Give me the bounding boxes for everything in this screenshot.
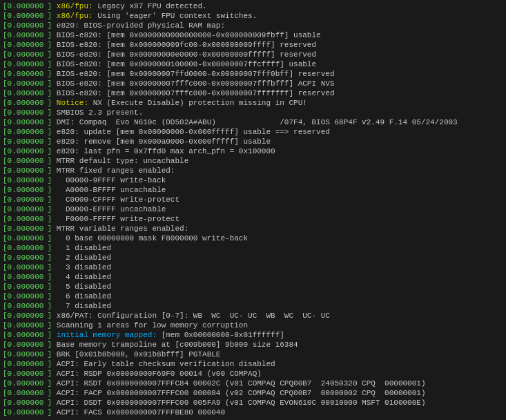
terminal-line: [0.000000] BIOS-e820: [mem 0x00000000000… xyxy=(3,30,503,40)
terminal-line: [0.000000] x86/PAT: Configuration [0-7]:… xyxy=(3,311,503,321)
terminal-line: [0.000000] 00000-9FFFF write-back xyxy=(3,175,503,185)
terminal-line: [0.000000] BIOS-e820: [mem 0x00000007fff… xyxy=(3,88,503,98)
terminal-line: [0.000000] e820: update [mem 0x00000000-… xyxy=(3,127,503,137)
terminal-line: [0.000000] BIOS-e820: [mem 0x000000009fc… xyxy=(3,40,503,50)
terminal-line: [0.000000] ACPI: FACS 0x0000000007FFFBE8… xyxy=(3,408,503,417)
terminal-line: [0.000000] BIOS-e820: [mem 0x00000007ffd… xyxy=(3,69,503,79)
terminal-line: [0.000000] MTRR fixed ranges enabled: xyxy=(3,166,503,175)
terminal-line: [0.000000] MTRR default type: uncachable xyxy=(3,156,503,166)
terminal-line: [0.000000] BIOS-e820: [mem 0x00000001000… xyxy=(3,59,503,69)
terminal-line: [0.000000] 6 disabled xyxy=(3,292,503,301)
terminal-line: [0.000000] ACPI: Early table checksum ve… xyxy=(3,359,503,369)
terminal-line: [0.000000] D0000-EFFFF uncachable xyxy=(3,204,503,214)
terminal-line: [0.000000] A0000-BFFFF uncachable xyxy=(3,185,503,195)
terminal-line: [0.000000] x86/fpu: Legacy x87 FPU detec… xyxy=(3,1,503,11)
terminal-line: [0.000000] BIOS-e820: [mem 0x00000007fff… xyxy=(3,79,503,88)
terminal-line: [0.000000] 4 disabled xyxy=(3,272,503,282)
terminal-line: [0.000000] initial memory mapped: [mem 0… xyxy=(3,330,503,340)
terminal-line: [0.000000] e820: last pfn = 0x7ffd0 max … xyxy=(3,146,503,156)
terminal-line: [0.000000] F0000-FFFFF write-protect xyxy=(3,214,503,224)
terminal-line: [0.000000] ACPI: DSDT 0x0000000007FFFC00… xyxy=(3,398,503,408)
terminal-line: [0.000000] 1 disabled xyxy=(3,243,503,253)
terminal-line: [0.000000] BRK [0x01b8b000, 0x01b8bfff] … xyxy=(3,350,503,359)
terminal-line: [0.000000] MTRR variable ranges enabled: xyxy=(3,224,503,233)
terminal-line: [0.000000] ACPI: RSDP 0x00000000F69F0 00… xyxy=(3,369,503,379)
terminal-line: [0.000000] e820: BIOS-provided physical … xyxy=(3,21,503,30)
terminal-line: [0.000000] 3 disabled xyxy=(3,262,503,272)
terminal-line: [0.000000] 5 disabled xyxy=(3,282,503,292)
terminal-line: [0.000000] Notice: NX (Execute Disable) … xyxy=(3,98,503,108)
terminal-line: [0.000000] 0 base 00000000 mask F8000000… xyxy=(3,233,503,243)
terminal-line: [0.000000] 7 disabled xyxy=(3,301,503,311)
terminal-line: [0.000000] ACPI: FACP 0x0000000007FFFC00… xyxy=(3,388,503,398)
terminal-line: [0.000000] Base memory trampoline at [c0… xyxy=(3,340,503,350)
terminal-line: [0.000000] 2 disabled xyxy=(3,253,503,262)
terminal-line: [0.000000] ACPI: RSDT 0x0000000007FFFC84… xyxy=(3,379,503,388)
terminal-line: [0.000000] BIOS-e820: [mem 0x00000000e00… xyxy=(3,50,503,59)
terminal-line: [0.000000] C0000-CFFFF write-protect xyxy=(3,195,503,204)
terminal-line: [0.000000] DMI: Compaq Evo N610c (DD502A… xyxy=(3,117,503,127)
terminal-line: [0.000000] x86/fpu: Using 'eager' FPU co… xyxy=(3,11,503,21)
terminal-line: [0.000000] SMBIOS 2.3 present. xyxy=(3,108,503,117)
terminal-line: [0.000000] Scanning 1 areas for low memo… xyxy=(3,321,503,330)
terminal-window: [0.000000] x86/fpu: Legacy x87 FPU detec… xyxy=(0,0,506,420)
terminal-line: [0.000000] e820: remove [mem 0x000a0000-… xyxy=(3,137,503,146)
